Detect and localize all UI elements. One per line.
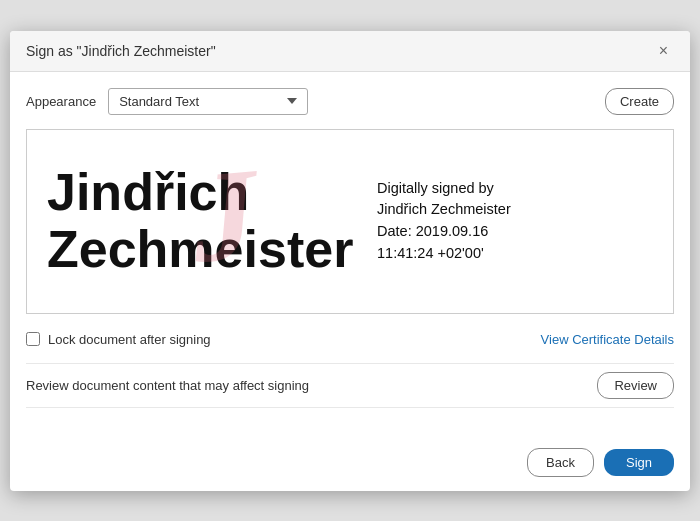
close-button[interactable]: × — [653, 41, 674, 61]
appearance-select[interactable]: Standard TextCustom — [108, 88, 308, 115]
lock-option: Lock document after signing — [26, 332, 211, 347]
sign-dialog: Sign as "Jindřich Zechmeister" × Appeara… — [10, 31, 690, 491]
appearance-label: Appearance — [26, 94, 96, 109]
sign-button[interactable]: Sign — [604, 449, 674, 476]
dialog-header: Sign as "Jindřich Zechmeister" × — [10, 31, 690, 72]
signature-name-line1: Jindřich — [47, 163, 249, 221]
lock-label: Lock document after signing — [48, 332, 211, 347]
appearance-row: Appearance Standard TextCustom Create — [26, 88, 674, 115]
dialog-footer: Back Sign — [10, 438, 690, 491]
signature-preview: Jindřich Zechmeister J Digitally signed … — [26, 129, 674, 314]
back-button[interactable]: Back — [527, 448, 594, 477]
signature-name: Jindřich Zechmeister — [27, 164, 367, 278]
signature-name-line2: Zechmeister — [47, 220, 353, 278]
signature-info: Digitally signed by Jindřich Zechmeister… — [367, 178, 673, 265]
review-button[interactable]: Review — [597, 372, 674, 399]
create-button[interactable]: Create — [605, 88, 674, 115]
signature-info-line2: Jindřich Zechmeister — [377, 199, 673, 221]
lock-checkbox[interactable] — [26, 332, 40, 346]
appearance-left: Appearance Standard TextCustom — [26, 88, 308, 115]
dialog-body: Appearance Standard TextCustom Create Ji… — [10, 72, 690, 438]
view-certificate-link[interactable]: View Certificate Details — [541, 332, 674, 347]
signature-info-line1: Digitally signed by — [377, 178, 673, 200]
dialog-title: Sign as "Jindřich Zechmeister" — [26, 43, 216, 59]
options-row: Lock document after signing View Certifi… — [26, 328, 674, 351]
signature-info-line4: 11:41:24 +02'00' — [377, 243, 673, 265]
signature-info-line3: Date: 2019.09.16 — [377, 221, 673, 243]
review-text: Review document content that may affect … — [26, 378, 309, 393]
review-row: Review document content that may affect … — [26, 363, 674, 408]
